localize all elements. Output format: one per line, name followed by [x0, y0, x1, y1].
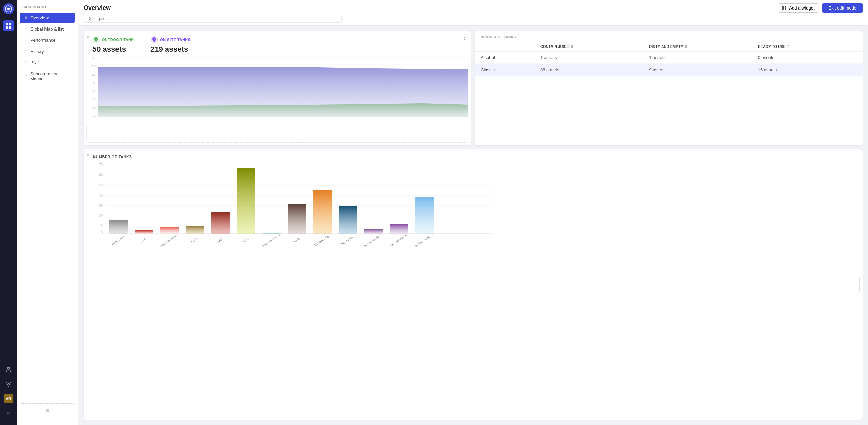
svg-rect-42 [186, 226, 204, 234]
svg-rect-40 [160, 227, 179, 234]
row-ready-to-use: 15 assets [754, 64, 863, 76]
svg-text:Conditioning: Conditioning [314, 234, 330, 247]
svg-rect-10 [782, 8, 784, 10]
bar-chart-scroll-area[interactable]: 70 60 50 40 30 20 10 0 Hors Zone [89, 162, 857, 258]
table-row: – – – – [475, 76, 863, 88]
sort-icon: ⇅ [787, 45, 790, 48]
row-ready-to-use: 0 assets [754, 52, 863, 63]
svg-rect-36 [109, 220, 128, 234]
row-contain-juice: 1 assets [536, 52, 645, 63]
svg-rect-5 [9, 26, 11, 29]
outdoor-label-text: OUTDOOR TANK [102, 38, 134, 42]
nav-dashboard-icon[interactable] [3, 20, 14, 31]
sort-icon: ⇅ [571, 45, 573, 48]
description-input[interactable] [84, 15, 342, 23]
svg-rect-2 [6, 23, 8, 25]
settings-icon[interactable] [3, 379, 14, 390]
svg-text:R&D: R&D [216, 237, 224, 244]
sidebar-item-subcontractor[interactable]: ⠿ Subcontractor Manag... [20, 69, 75, 84]
sidebar-item-performance[interactable]: ⠿ Performance [20, 35, 75, 45]
table-row: Alcohol 1 assets 1 assets 0 assets [475, 52, 863, 64]
svg-text:30: 30 [99, 204, 103, 207]
svg-rect-38 [135, 230, 153, 234]
svg-text:PU 1: PU 1 [241, 237, 249, 244]
svg-text:70: 70 [99, 163, 103, 167]
sidebar-item-label: PU 1 [30, 60, 40, 65]
topbar: Add a widget Exit edit mode [78, 0, 868, 26]
svg-text:Washing area 1: Washing area 1 [261, 233, 281, 248]
scroll-hint [859, 277, 860, 292]
sidebar-item-pu1[interactable]: ⠿ PU 1 [20, 57, 75, 68]
svg-text:LAB: LAB [140, 238, 147, 244]
row-name: Alcohol [475, 52, 536, 63]
table-widget-menu[interactable]: ⋮ [853, 34, 859, 40]
svg-rect-44 [211, 212, 230, 234]
row-contain-juice: 38 assets [536, 64, 645, 76]
bar-chart-drag-handle[interactable]: ⠿ [86, 152, 90, 158]
table-widget: NUMBER OF TANKS ⋮ CONTAIN JUICE ⇅ DIRTY … [475, 31, 863, 145]
svg-rect-11 [785, 8, 786, 10]
col-dirty-empty-header[interactable]: DIRTY AND EMPTY ⇅ [645, 42, 754, 51]
svg-rect-58 [390, 224, 408, 234]
widget-menu-button[interactable]: ⋮ [462, 34, 468, 40]
onsite-tank-group: ON SITE TANKS 219 assets [150, 36, 191, 54]
sidebar-item-global-map[interactable]: ⠿ Global Map & list [20, 24, 75, 34]
outdoor-tank-group: OUTDOOR TANK 50 assets [92, 36, 134, 54]
user-avatar[interactable]: AR [4, 394, 13, 403]
svg-text:Input area: Input area [341, 235, 354, 246]
svg-text:subcontractor...: subcontractor... [414, 233, 433, 248]
widget-drag-handle[interactable]: ⠿ [86, 34, 90, 39]
svg-rect-9 [785, 6, 786, 8]
svg-text:60: 60 [99, 173, 103, 177]
svg-rect-56 [364, 229, 383, 234]
svg-point-1 [7, 8, 10, 10]
drag-handle: ⠿ [25, 75, 28, 78]
svg-point-7 [8, 384, 10, 385]
drag-handle: ⠿ [25, 16, 28, 20]
exit-edit-button[interactable]: Exit edit mode [822, 3, 863, 13]
col-ready-to-use-header[interactable]: READY TO USE ⇅ [754, 42, 863, 51]
sidebar: DASHBOARD ⠿ Overview ⠿ Global Map & list… [17, 0, 78, 425]
sidebar-item-history[interactable]: ⠿ History [20, 46, 75, 57]
svg-rect-54 [339, 206, 357, 234]
user-icon[interactable] [3, 364, 14, 375]
svg-rect-60 [415, 197, 434, 234]
trash-drop-area [20, 403, 75, 417]
sidebar-item-overview[interactable]: ⠿ Overview [20, 13, 75, 23]
svg-point-6 [7, 367, 10, 369]
svg-rect-50 [288, 204, 306, 234]
table-row: Classic 38 assets 9 assets 15 assets [475, 64, 863, 76]
svg-text:Hors Zone: Hors Zone [111, 235, 125, 246]
bar-chart-widget: ⠿ NUMBER OF TANKS [84, 149, 863, 420]
svg-rect-46 [237, 168, 255, 234]
page-title-input[interactable] [84, 4, 774, 12]
row-cell: – [754, 76, 863, 88]
sidebar-item-label: History [30, 49, 44, 54]
add-widget-button[interactable]: Add a widget [778, 3, 819, 13]
onsite-count: 219 assets [150, 45, 191, 54]
sidebar-section-label: DASHBOARD [17, 5, 78, 13]
topbar-actions: Add a widget Exit edit mode [778, 3, 863, 13]
svg-rect-52 [313, 190, 332, 234]
sidebar-item-label: Subcontractor Manag... [30, 71, 70, 81]
svg-text:50: 50 [99, 183, 103, 187]
svg-text:20: 20 [99, 214, 103, 218]
widget-drop-zone [86, 126, 468, 143]
onsite-icon [150, 36, 158, 43]
col-contain-juice-header[interactable]: CONTAIN JUICE ⇅ [536, 42, 645, 51]
svg-text:40: 40 [99, 193, 103, 197]
svg-rect-3 [9, 23, 11, 25]
bar-chart-title: NUMBER OF TANKS [93, 155, 857, 159]
sidebar-item-label: Performance [30, 38, 55, 43]
svg-text:10: 10 [99, 224, 103, 228]
row-name: Classic [475, 64, 536, 76]
svg-text:subcontractor 3: subcontractor 3 [363, 233, 382, 248]
collapse-icon[interactable]: « [3, 407, 14, 418]
sort-icon: ⇅ [685, 45, 687, 48]
add-widget-label: Add a widget [789, 5, 814, 11]
onsite-label-text: ON SITE TANKS [160, 38, 191, 42]
app-logo[interactable] [3, 3, 14, 14]
asset-chart-widget: ⠿ OUTDOOR TANK 50 assets [84, 31, 471, 145]
drag-handle: ⠿ [25, 38, 28, 42]
outdoor-count: 50 assets [92, 45, 134, 54]
